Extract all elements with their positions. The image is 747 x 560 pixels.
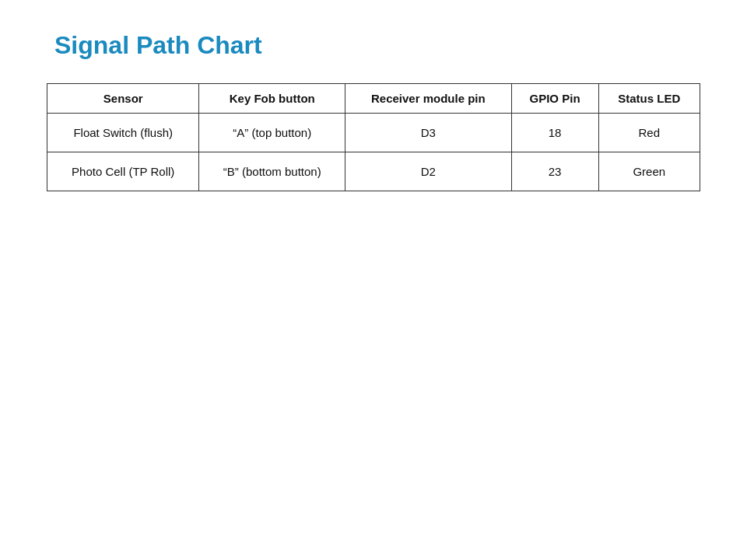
cell-gpio-0: 18 [511,114,598,152]
table-header-row: Sensor Key Fob button Receiver module pi… [47,84,700,114]
page-container: Signal Path Chart Sensor Key Fob button … [0,0,747,560]
cell-receiver-0: D3 [345,114,512,152]
cell-led-1: Green [598,152,700,191]
col-header-receiver: Receiver module pin [345,84,512,114]
col-header-status-led: Status LED [598,84,700,114]
cell-keyfob-1: “B” (bottom button) [199,152,345,191]
cell-led-0: Red [598,114,700,152]
cell-keyfob-0: “A” (top button) [199,114,345,152]
col-header-sensor: Sensor [47,84,199,114]
table-row: Float Switch (flush) “A” (top button) D3… [47,114,700,152]
page-title: Signal Path Chart [54,31,700,60]
cell-sensor-0: Float Switch (flush) [47,114,199,152]
signal-path-table: Sensor Key Fob button Receiver module pi… [47,84,700,191]
col-header-gpio: GPIO Pin [511,84,598,114]
cell-gpio-1: 23 [511,152,598,191]
cell-receiver-1: D2 [345,152,512,191]
table-wrapper: Sensor Key Fob button Receiver module pi… [47,83,700,191]
table-row: Photo Cell (TP Roll) “B” (bottom button)… [47,152,700,191]
cell-sensor-1: Photo Cell (TP Roll) [47,152,199,191]
col-header-keyfob: Key Fob button [199,84,345,114]
